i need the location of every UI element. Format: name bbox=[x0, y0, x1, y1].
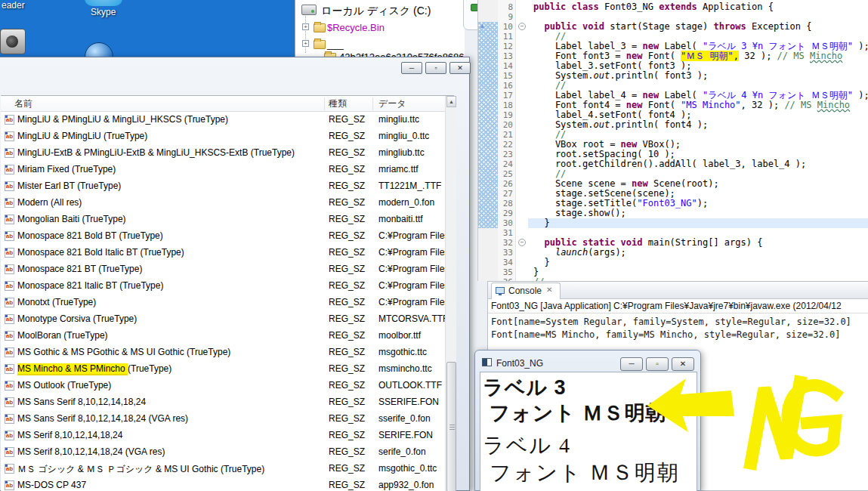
expand-icon[interactable]: + bbox=[302, 40, 309, 47]
table-row[interactable]: abMonotxt (TrueType)REG_SZC:¥Program Fil… bbox=[1, 295, 445, 311]
value-name: MingLiU & PMingLiU (TrueType) bbox=[17, 131, 147, 141]
scroll-up-icon[interactable]: ▲ bbox=[446, 96, 456, 107]
value-data: mingliub.ttc bbox=[378, 147, 425, 158]
code-line: public void start(Stage stage) throws Ex… bbox=[533, 22, 812, 32]
value-data: C:¥Program Files bbox=[378, 297, 449, 307]
folder-icon bbox=[314, 40, 326, 49]
fold-collapse-icon[interactable]: − bbox=[518, 23, 526, 30]
reg-sz-icon: ab bbox=[5, 264, 14, 274]
java-editor[interactable]: ▲ 89101112131415161718192021222324252627… bbox=[477, 0, 868, 281]
table-row[interactable]: abMonospace 821 Bold Italic BT (TrueType… bbox=[1, 245, 445, 261]
table-row[interactable]: abMS Sans Serif 8,10,12,14,18,24 (VGA re… bbox=[1, 411, 445, 428]
minimize-button[interactable]: ─ bbox=[401, 62, 422, 74]
table-row[interactable]: abMonospace 821 BT (TrueType)REG_SZC:¥Pr… bbox=[1, 261, 445, 278]
value-name: MS Mincho & MS PMincho (TrueType) bbox=[17, 363, 171, 374]
scrollbar[interactable]: ▲ bbox=[445, 96, 456, 491]
value-type: REG_SZ bbox=[329, 397, 365, 407]
console-tab-label: Console bbox=[508, 286, 542, 296]
column-header-type[interactable]: 種類 bbox=[329, 96, 347, 112]
table-row[interactable]: abMoolBoran (TrueType)REG_SZmoolbor.ttf bbox=[1, 328, 445, 344]
table-row[interactable]: abModern (All res)REG_SZmodern_0.fon bbox=[1, 195, 445, 212]
value-type: REG_SZ bbox=[329, 413, 365, 424]
skype-icon[interactable] bbox=[85, 0, 122, 6]
table-row[interactable]: abMS Serif 8,10,12,14,18,24REG_SZSERIFE.… bbox=[1, 428, 445, 444]
reg-sz-icon: ab bbox=[5, 331, 14, 341]
console-output-line: Font[name=System Regular, family=System,… bbox=[491, 317, 851, 328]
table-row[interactable]: abMS Outlook (TrueType)REG_SZOUTLOOK.TTF bbox=[1, 378, 445, 394]
tree-item-label: ローカル ディスク (C:) bbox=[321, 5, 431, 18]
close-icon[interactable]: ✕ bbox=[546, 286, 552, 294]
reg-sz-icon: ab bbox=[5, 447, 14, 457]
value-data: app932_0.fon bbox=[378, 480, 434, 490]
value-data: msmincho.ttc bbox=[378, 363, 432, 374]
skype-icon-label[interactable]: Skype bbox=[91, 7, 116, 17]
value-type: REG_SZ bbox=[329, 197, 365, 208]
value-data: mingliu.ttc bbox=[378, 114, 419, 125]
app-window-icon bbox=[482, 358, 492, 366]
scrollbar-thumb[interactable] bbox=[446, 362, 456, 491]
value-name: Mister Earl BT (TrueType) bbox=[17, 181, 121, 191]
value-type: REG_SZ bbox=[329, 430, 365, 440]
app-window-title: Font03_NG bbox=[496, 358, 543, 369]
value-data: C:¥Program Files bbox=[378, 230, 449, 241]
table-row[interactable]: abMS Sans Serif 8,10,12,14,18,24REG_SZSS… bbox=[1, 394, 445, 411]
table-row[interactable]: abMister Earl BT (TrueType)REG_SZTT1221M… bbox=[1, 178, 445, 195]
value-name: Monotype Corsiva (TrueType) bbox=[17, 313, 137, 324]
reg-sz-icon: ab bbox=[5, 281, 14, 291]
table-row[interactable]: abMonospace 821 Bold BT (TrueType)REG_SZ… bbox=[1, 228, 445, 245]
value-type: REG_SZ bbox=[329, 164, 365, 174]
column-header-name[interactable]: 名前 bbox=[14, 96, 32, 112]
table-row[interactable]: abMiriam Fixed (TrueType)REG_SZmriamc.tt… bbox=[1, 162, 445, 178]
table-row[interactable]: abMonotype Corsiva (TrueType)REG_SZMTCOR… bbox=[1, 311, 445, 328]
value-data: msgothic_0.ttc bbox=[378, 463, 437, 474]
minimize-button[interactable]: ─ bbox=[620, 357, 643, 371]
maximize-button[interactable]: ▫ bbox=[425, 62, 446, 74]
reg-sz-icon: ab bbox=[5, 198, 14, 208]
app-label-line: ラベル 4 bbox=[483, 431, 571, 460]
fold-collapse-icon[interactable]: − bbox=[518, 239, 526, 246]
value-type: REG_SZ bbox=[329, 230, 365, 241]
close-button[interactable]: ✕ bbox=[449, 62, 471, 74]
value-type: REG_SZ bbox=[329, 363, 365, 374]
value-type: REG_SZ bbox=[329, 446, 365, 457]
value-type: REG_SZ bbox=[329, 247, 365, 258]
value-name: MS-DOS CP 437 bbox=[17, 480, 86, 490]
column-separator[interactable] bbox=[324, 97, 325, 110]
table-row[interactable]: abMS Serif 8,10,12,14,18,24 (VGA res)REG… bbox=[1, 444, 445, 461]
table-row[interactable]: abMS-DOS CP 437REG_SZapp932_0.fon bbox=[1, 477, 445, 491]
table-row[interactable]: abＭＳ ゴシック & ＭＳ Ｐゴシック & MS UI Gothic (Tru… bbox=[1, 461, 445, 477]
expand-icon[interactable]: + bbox=[302, 23, 309, 30]
value-name: MS Sans Serif 8,10,12,14,18,24 bbox=[17, 397, 146, 407]
console-tab-bar: Console ✕ bbox=[488, 282, 868, 299]
table-row[interactable]: abMonospace 821 Italic BT (TrueType)REG_… bbox=[1, 278, 445, 295]
reg-sz-icon: ab bbox=[5, 381, 14, 391]
table-row[interactable]: abMongolian Baiti (TrueType)REG_SZmonbai… bbox=[1, 212, 445, 228]
reg-sz-icon: ab bbox=[5, 115, 14, 125]
value-data: serife_0.fon bbox=[378, 446, 426, 457]
maximize-button[interactable]: ▫ bbox=[646, 357, 669, 371]
value-type: REG_SZ bbox=[329, 347, 365, 357]
app-label-line: フォント ＭＳ明朝 bbox=[483, 400, 667, 427]
value-name: MS Serif 8,10,12,14,18,24 (VGA res) bbox=[17, 446, 165, 457]
table-row[interactable]: abMingLiU & PMingLiU & MingLiU_HKSCS (Tr… bbox=[1, 112, 445, 128]
table-row[interactable]: abMingLiU & PMingLiU (TrueType)REG_SZmin… bbox=[1, 128, 445, 145]
code-line: } bbox=[533, 218, 550, 228]
code-line: root.getChildren().addAll( label_3, labe… bbox=[533, 159, 806, 169]
desktop-icon-label-partial[interactable]: eader bbox=[2, 0, 25, 11]
value-name: ＭＳ ゴシック & ＭＳ Ｐゴシック & MS UI Gothic (TrueT… bbox=[17, 463, 264, 476]
tab-console[interactable]: Console ✕ bbox=[491, 283, 561, 299]
registry-editor-window: ─ ▫ ✕ 名前 種類 データ abMingLiU & PMingLiU & M… bbox=[0, 57, 470, 491]
table-row[interactable]: abMS Gothic & MS PGothic & MS UI Gothic … bbox=[1, 344, 445, 361]
camera-lens-icon bbox=[6, 36, 18, 48]
value-name: Miriam Fixed (TrueType) bbox=[17, 164, 116, 174]
code-area[interactable]: public class Font03_NG extends Applicati… bbox=[478, 0, 868, 281]
column-header-data[interactable]: データ bbox=[378, 96, 406, 112]
reg-sz-icon: ab bbox=[5, 148, 14, 158]
console-launch-header: Font03_NG [Java Application] C:¥Program … bbox=[488, 299, 868, 313]
value-data: C:¥Program Files bbox=[378, 247, 449, 258]
table-row[interactable]: abMingLiU-ExtB & PMingLiU-ExtB & MingLiU… bbox=[1, 145, 445, 162]
close-button[interactable]: ✕ bbox=[672, 357, 694, 371]
registry-value-list: 名前 種類 データ abMingLiU & PMingLiU & MingLiU… bbox=[1, 95, 454, 491]
column-separator[interactable] bbox=[372, 97, 373, 110]
table-row[interactable]: abMS Mincho & MS PMincho (TrueType)REG_S… bbox=[1, 361, 445, 378]
